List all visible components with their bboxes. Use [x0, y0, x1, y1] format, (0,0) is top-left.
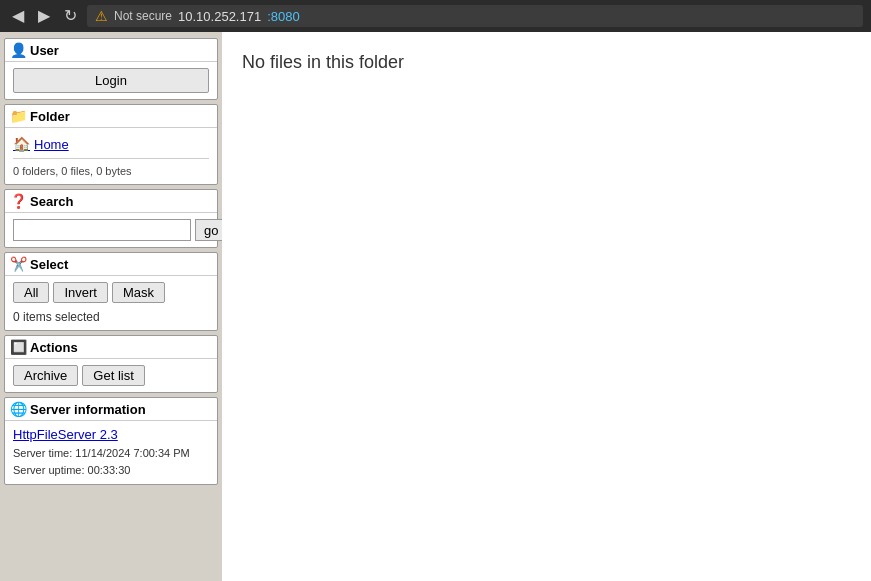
- url-host: 10.10.252.171: [178, 9, 261, 24]
- go-button[interactable]: go: [195, 219, 222, 241]
- select-panel-header[interactable]: ✂️ Select: [5, 253, 217, 275]
- warning-icon: ⚠: [95, 8, 108, 24]
- back-button[interactable]: ◀: [8, 6, 28, 26]
- actions-panel-header[interactable]: 🔲 Actions: [5, 336, 217, 358]
- search-panel-body: go: [5, 212, 217, 247]
- folder-panel: 📁 Folder 🏠 Home 0 folders, 0 files, 0 by…: [4, 104, 218, 185]
- folder-panel-body: 🏠 Home 0 folders, 0 files, 0 bytes: [5, 127, 217, 184]
- home-link-label: Home: [34, 137, 69, 152]
- server-info-panel-body: HttpFileServer 2.3 Server time: 11/14/20…: [5, 420, 217, 484]
- server-info-panel-title: Server information: [30, 402, 146, 417]
- search-panel: ❓ Search go: [4, 189, 218, 248]
- main-layout: 👤 User Login 📁 Folder 🏠 Home 0 folders, …: [0, 32, 871, 581]
- folder-panel-header[interactable]: 📁 Folder: [5, 105, 217, 127]
- forward-button[interactable]: ▶: [34, 6, 54, 26]
- server-info-icon: 🌐: [10, 401, 26, 417]
- folder-icon: 📁: [10, 108, 26, 124]
- actions-panel-icon: 🔲: [10, 339, 26, 355]
- user-panel-title: User: [30, 43, 59, 58]
- user-panel-header[interactable]: 👤 User: [5, 39, 217, 61]
- mask-button[interactable]: Mask: [112, 282, 165, 303]
- content-area: No files in this folder: [222, 32, 871, 581]
- select-panel: ✂️ Select All Invert Mask 0 items select…: [4, 252, 218, 331]
- software-link[interactable]: HttpFileServer 2.3: [13, 427, 209, 442]
- user-panel-body: Login: [5, 61, 217, 99]
- address-bar[interactable]: ⚠ Not secure 10.10.252.171:8080: [87, 5, 863, 27]
- login-button[interactable]: Login: [13, 68, 209, 93]
- not-secure-label: Not secure: [114, 9, 172, 23]
- home-link[interactable]: 🏠 Home: [13, 134, 209, 154]
- search-panel-title: Search: [30, 194, 73, 209]
- actions-panel-body: Archive Get list: [5, 358, 217, 392]
- user-panel: 👤 User Login: [4, 38, 218, 100]
- search-panel-icon: ❓: [10, 193, 26, 209]
- search-input[interactable]: [13, 219, 191, 241]
- get-list-button[interactable]: Get list: [82, 365, 144, 386]
- folder-panel-title: Folder: [30, 109, 70, 124]
- folder-divider: [13, 158, 209, 159]
- archive-button[interactable]: Archive: [13, 365, 78, 386]
- sidebar: 👤 User Login 📁 Folder 🏠 Home 0 folders, …: [0, 32, 222, 581]
- actions-panel: 🔲 Actions Archive Get list: [4, 335, 218, 393]
- server-time: Server time: 11/14/2024 7:00:34 PM: [13, 445, 209, 462]
- all-button[interactable]: All: [13, 282, 49, 303]
- user-icon: 👤: [10, 42, 26, 58]
- invert-button[interactable]: Invert: [53, 282, 108, 303]
- actions-buttons-row: Archive Get list: [13, 365, 209, 386]
- select-panel-title: Select: [30, 257, 68, 272]
- search-row: go: [13, 219, 209, 241]
- home-icon: 🏠: [13, 136, 30, 152]
- select-panel-body: All Invert Mask 0 items selected: [5, 275, 217, 330]
- browser-bar: ◀ ▶ ↻ ⚠ Not secure 10.10.252.171:8080: [0, 0, 871, 32]
- select-buttons-row: All Invert Mask: [13, 282, 209, 303]
- server-info-panel-header[interactable]: 🌐 Server information: [5, 398, 217, 420]
- select-panel-icon: ✂️: [10, 256, 26, 272]
- server-info-panel: 🌐 Server information HttpFileServer 2.3 …: [4, 397, 218, 485]
- no-files-message: No files in this folder: [242, 52, 404, 73]
- search-panel-header[interactable]: ❓ Search: [5, 190, 217, 212]
- actions-panel-title: Actions: [30, 340, 78, 355]
- url-port: :8080: [267, 9, 300, 24]
- folder-stats: 0 folders, 0 files, 0 bytes: [13, 165, 132, 177]
- server-uptime: Server uptime: 00:33:30: [13, 462, 209, 479]
- reload-button[interactable]: ↻: [60, 6, 81, 26]
- items-selected-label: 0 items selected: [13, 310, 100, 324]
